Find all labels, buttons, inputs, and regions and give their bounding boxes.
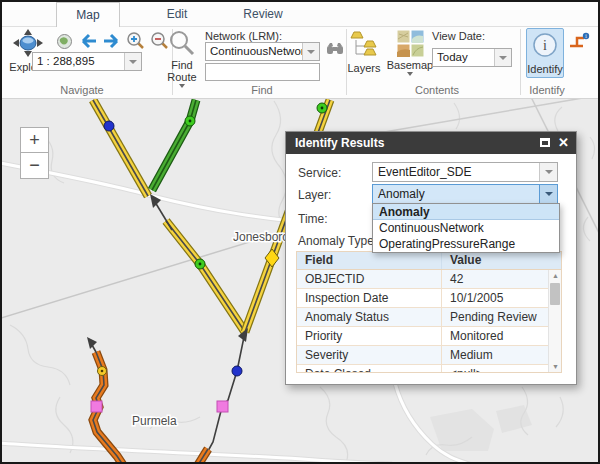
- find-route-button[interactable]: Find Route: [162, 29, 202, 88]
- next-extent-icon[interactable]: [102, 33, 122, 52]
- group-label-find: Find: [202, 84, 322, 96]
- basemap-icon: [397, 30, 424, 59]
- tab-review[interactable]: Review: [224, 2, 302, 27]
- app-window: Map Edit Review Explore: [0, 0, 600, 464]
- point-event-blue: [232, 366, 242, 376]
- identify-results-dialog: Identify Results ✕ Service: EventEditor_…: [285, 131, 577, 385]
- layer-dropdown-list: Anomaly ContinuousNetwork OperatingPress…: [372, 203, 560, 253]
- layers-icon: [350, 30, 378, 62]
- svg-text:i: i: [543, 38, 547, 53]
- view-date-combobox[interactable]: Today: [432, 48, 512, 67]
- dropdown-option-continuousnetwork[interactable]: ContinuousNetwork: [373, 220, 559, 236]
- map-scale-value: 1 : 288,895: [33, 53, 124, 70]
- point-event-green: [317, 103, 327, 113]
- point-event-yellow: [98, 367, 107, 376]
- table-row[interactable]: OBJECTID 42: [297, 270, 561, 289]
- dropdown-option-anomaly[interactable]: Anomaly: [373, 204, 559, 220]
- table-row[interactable]: Priority Monitored: [297, 327, 561, 346]
- chevron-down-icon: [407, 72, 413, 76]
- group-label-navigate: Navigate: [22, 84, 142, 96]
- ribbon-toolbar: Explore: [2, 27, 598, 99]
- layers-button[interactable]: Layers: [347, 30, 381, 74]
- column-header-field: Field: [297, 252, 442, 269]
- layer-dropdown-button[interactable]: [539, 185, 557, 203]
- tab-map[interactable]: Map: [56, 2, 120, 27]
- chevron-down-icon: [129, 60, 137, 64]
- service-value: EventEditor_SDE: [373, 163, 539, 181]
- view-date-label: View Date:: [432, 30, 485, 42]
- table-row[interactable]: Severity Medium: [297, 346, 561, 365]
- network-lrm-value: ContinuousNetwork: [206, 43, 302, 60]
- full-extent-icon[interactable]: [56, 33, 73, 53]
- point-event-blue: [104, 121, 114, 131]
- table-scrollbar[interactable]: ▲ ▼: [548, 270, 561, 372]
- chevron-down-icon: [499, 56, 507, 60]
- view-date-value: Today: [433, 49, 494, 66]
- zoom-out-button[interactable]: −: [20, 153, 49, 179]
- basemap-button[interactable]: Basemap: [387, 30, 433, 76]
- dialog-titlebar[interactable]: Identify Results: [286, 132, 576, 154]
- anomaly-type-label: Anomaly Type:: [298, 234, 377, 248]
- identify-button[interactable]: i Identify: [526, 28, 564, 78]
- zoom-in-button[interactable]: +: [20, 127, 49, 153]
- view-date-dropdown-button[interactable]: [494, 49, 511, 66]
- dropdown-option-operatingpressurerange[interactable]: OperatingPressureRange: [373, 236, 559, 252]
- map-scale-dropdown-button[interactable]: [124, 53, 141, 70]
- network-lrm-label: Network (LRM):: [205, 30, 282, 42]
- layer-combobox[interactable]: Anomaly: [372, 184, 558, 204]
- service-combobox[interactable]: EventEditor_SDE: [372, 162, 558, 182]
- results-table: Field Value OBJECTID 42 Inspection Date …: [296, 251, 562, 373]
- close-icon[interactable]: ✕: [558, 135, 569, 150]
- group-label-contents: Contents: [377, 84, 497, 96]
- tab-edit[interactable]: Edit: [142, 2, 212, 27]
- identify-icon: i: [532, 32, 558, 60]
- service-label: Service:: [298, 166, 341, 180]
- column-header-value: Value: [442, 252, 561, 269]
- point-event-green: [185, 116, 195, 126]
- map-zoom-control: + −: [20, 127, 49, 179]
- table-row[interactable]: Inspection Date 10/1/2005: [297, 289, 561, 308]
- chevron-down-icon: [545, 170, 553, 174]
- zoom-in-icon[interactable]: [126, 31, 145, 53]
- point-event-pink: [217, 401, 228, 412]
- map-scale-combobox[interactable]: 1 : 288,895: [32, 52, 142, 71]
- network-lrm-dropdown-button[interactable]: [302, 43, 319, 60]
- route-input-value: [206, 64, 319, 80]
- group-label-identify: Identify: [507, 84, 587, 96]
- network-lrm-combobox[interactable]: ContinuousNetwork: [205, 42, 320, 61]
- layer-label: Layer:: [298, 188, 331, 202]
- route-input[interactable]: [205, 63, 320, 81]
- chevron-down-icon: [179, 84, 185, 88]
- identify-route-location-icon[interactable]: i: [569, 32, 591, 53]
- chevron-down-icon: [307, 50, 315, 54]
- results-table-header: Field Value: [297, 252, 561, 270]
- service-dropdown-button[interactable]: [539, 163, 557, 181]
- point-event-pink: [91, 401, 102, 412]
- map-label-purmela: Purmela: [132, 414, 177, 428]
- table-row[interactable]: Date Closed <null>: [297, 365, 561, 373]
- maximize-icon[interactable]: [540, 138, 550, 147]
- layer-value: Anomaly: [373, 185, 539, 203]
- ribbon-tab-bar: Map Edit Review: [2, 2, 598, 27]
- map-label-jonesboro: Jonesboro: [233, 230, 289, 244]
- scroll-up-icon[interactable]: ▲: [549, 270, 562, 281]
- table-row[interactable]: Anomaly Status Pending Review: [297, 308, 561, 327]
- scroll-down-icon[interactable]: ▼: [549, 361, 562, 372]
- previous-extent-icon[interactable]: [78, 33, 98, 52]
- chevron-down-icon: [545, 192, 553, 196]
- search-binoculars-icon[interactable]: [326, 41, 344, 59]
- find-route-icon: [168, 29, 196, 59]
- scrollbar-thumb[interactable]: [550, 283, 560, 305]
- time-label: Time:: [298, 212, 328, 226]
- point-event-green: [195, 259, 205, 269]
